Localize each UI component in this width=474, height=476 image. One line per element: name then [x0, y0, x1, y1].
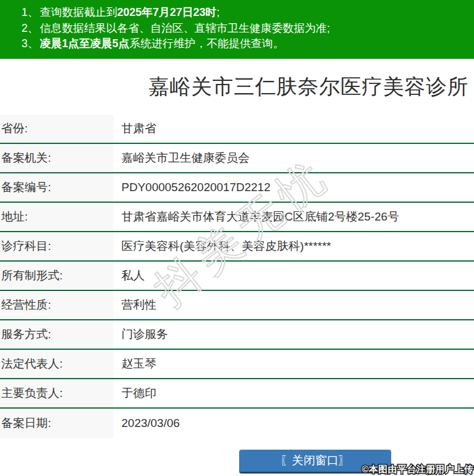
- row-filing-number: 备案编号: PDY00005262020017D2212: [0, 173, 474, 203]
- row-value: 医疗美容科(美容外科、美容皮肤科)******: [113, 232, 474, 260]
- notice-number: 1、: [21, 6, 39, 18]
- row-filing-date: 备案日期: 2023/03/06: [0, 409, 474, 438]
- notice-number: 3、: [21, 37, 39, 50]
- row-label: 主要负责人:: [0, 379, 113, 407]
- notice-text: ;: [216, 6, 220, 18]
- row-label: 备案机关:: [0, 144, 113, 172]
- notice-line-3: 3、凌晨1点至凌晨5点系统进行维护，不能提供查询。: [21, 36, 468, 52]
- page-title: 嘉峪关市三仁肤奈尔医疗美容诊所: [148, 73, 468, 101]
- notice-number: 2、: [21, 22, 39, 34]
- row-service-mode: 服务方式: 门诊服务: [0, 320, 474, 350]
- row-label: 地址:: [0, 203, 113, 231]
- row-legal-representative: 法定代表人: 赵玉琴: [0, 350, 474, 379]
- row-address: 地址: 甘肃省嘉峪关市体育大道丰麦园C区底铺2号楼25-26号: [0, 203, 474, 232]
- row-value: 嘉峪关市卫生健康委员会: [113, 144, 474, 172]
- row-value: 营利性: [113, 291, 474, 319]
- row-label: 所有制形式:: [0, 262, 113, 290]
- row-value: 赵玉琴: [113, 350, 474, 378]
- notice-line-1: 1、查询数据截止到2025年7月27日23时;: [21, 5, 468, 21]
- record-page: 1、查询数据截止到2025年7月27日23时; 2、信息数据结果以各省、自治区、…: [0, 0, 474, 476]
- notice-text: 系统进行维护，不能提供查询。: [129, 37, 284, 50]
- row-label: 法定代表人:: [0, 350, 113, 378]
- row-ownership-type: 所有制形式: 私人: [0, 262, 474, 291]
- row-value: 2023/03/06: [113, 409, 474, 438]
- row-label: 省份:: [0, 115, 113, 143]
- row-label: 服务方式:: [0, 320, 113, 349]
- row-value: 私人: [113, 262, 474, 290]
- row-value: 于德印: [113, 379, 474, 407]
- notice-banner: 1、查询数据截止到2025年7月27日23时; 2、信息数据结果以各省、自治区、…: [0, 0, 474, 59]
- row-value: 甘肃省嘉峪关市体育大道丰麦园C区底铺2号楼25-26号: [113, 203, 474, 231]
- title-band: 嘉峪关市三仁肤奈尔医疗美容诊所: [0, 59, 474, 115]
- notice-text: 信息数据结果以各省、自治区、直辖市卫生健康委数据为准;: [40, 22, 330, 34]
- row-treatment-subjects: 诊疗科目: 医疗美容科(美容外科、美容皮肤科)******: [0, 232, 474, 262]
- row-value: 甘肃省: [113, 115, 474, 143]
- row-value: PDY00005262020017D2212: [113, 173, 474, 202]
- upload-caption: ©本图由平台注册用户上传: [362, 464, 473, 475]
- row-business-nature: 经营性质: 营利性: [0, 291, 474, 320]
- row-principal: 主要负责人: 于德印: [0, 379, 474, 409]
- row-filing-authority: 备案机关: 嘉峪关市卫生健康委员会: [0, 144, 474, 173]
- row-value: 门诊服务: [113, 320, 474, 349]
- info-table: 省份: 甘肃省 备案机关: 嘉峪关市卫生健康委员会 备案编号: PDY00005…: [0, 115, 474, 438]
- notice-text-bold: 凌晨1点至凌晨5点: [40, 37, 129, 50]
- notice-line-2: 2、信息数据结果以各省、自治区、直辖市卫生健康委数据为准;: [21, 21, 468, 37]
- row-label: 备案日期:: [0, 409, 113, 438]
- notice-text: 查询数据截止到: [40, 6, 117, 18]
- row-label: 经营性质:: [0, 291, 113, 319]
- row-label: 诊疗科目:: [0, 232, 113, 260]
- notice-text-bold: 2025年7月27日23时: [117, 6, 216, 18]
- row-province: 省份: 甘肃省: [0, 115, 474, 144]
- row-label: 备案编号:: [0, 173, 113, 202]
